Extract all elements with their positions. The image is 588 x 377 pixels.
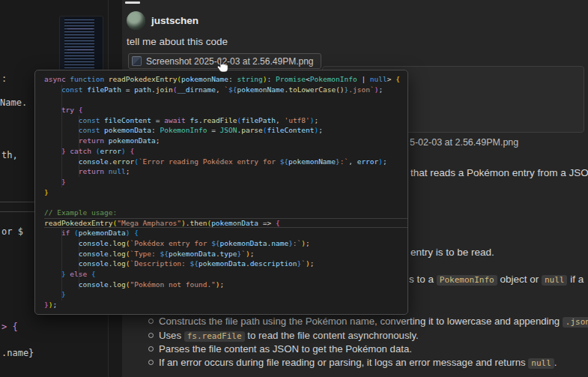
code-line: console.log(`Type: ${pokemonData.type}`)… bbox=[44, 249, 407, 259]
text-run: . bbox=[554, 357, 557, 368]
code-line: if (pokemonData) { bbox=[44, 228, 407, 238]
code-line: } else { bbox=[44, 269, 407, 280]
indent-guide bbox=[61, 229, 62, 301]
inline-code: PokemonInfo bbox=[437, 275, 497, 286]
response-paragraph-fragment: that reads a Pokémon entry from a JSON bbox=[410, 167, 588, 178]
text-run: If an error occurs during file reading o… bbox=[159, 357, 528, 368]
indent-guide bbox=[61, 85, 62, 187]
username: justschen bbox=[151, 15, 198, 26]
list-item: Uses fs.readFile to read the file conten… bbox=[159, 330, 588, 342]
list-item: If an error occurs during file reading o… bbox=[159, 357, 588, 369]
screenshot-thumbnail[interactable] bbox=[60, 16, 103, 71]
editor-text-fragment: or $ bbox=[1, 226, 23, 237]
attachment-filename: Screenshot 2025-02-03 at 2.56.49PM.png bbox=[146, 56, 314, 67]
code-line: readPokedexEntry("Mega Ampharos").then(p… bbox=[44, 218, 407, 229]
list-item: Constructs the file path using the Pokém… bbox=[159, 316, 588, 328]
code-hover-tooltip[interactable]: async function readPokedexEntry(pokemonN… bbox=[34, 70, 408, 315]
code-line: }); bbox=[44, 300, 407, 310]
inline-code: .json bbox=[563, 317, 588, 328]
text-run: Uses bbox=[159, 330, 184, 341]
code-line: } catch (error) { bbox=[44, 146, 407, 157]
code-line: } bbox=[44, 289, 407, 300]
code-line: } bbox=[44, 187, 407, 198]
code-line: const pokemonData: PokemonInfo = JSON.pa… bbox=[44, 125, 407, 136]
code-line: return pokemonData; bbox=[44, 136, 407, 146]
text-run: to read the file content asynchronously. bbox=[245, 330, 419, 341]
avatar bbox=[127, 11, 145, 30]
response-paragraph-fragment: s to a PokemonInfo object or null if a bbox=[409, 274, 584, 285]
code-line: console.log(`Description: ${pokemonData.… bbox=[44, 259, 407, 269]
text-run: if a bbox=[567, 274, 584, 285]
attachment-caption-fragment: 5-02-03 at 2.56.49PM.png bbox=[410, 137, 518, 148]
inline-code: null bbox=[528, 358, 554, 369]
code-line: return null; bbox=[44, 166, 407, 177]
editor-text-fragment: > { bbox=[1, 322, 18, 332]
chat-message-text: tell me about this code bbox=[127, 36, 228, 47]
code-line: console.log("Pokémon not found."); bbox=[44, 280, 407, 290]
text-run: s to a bbox=[409, 274, 437, 285]
panel-drag-handle bbox=[125, 1, 140, 4]
code-line: try { bbox=[44, 105, 407, 115]
code-lines: async function readPokedexEntry(pokemonN… bbox=[44, 74, 407, 310]
editor-text-fragment: .name} bbox=[1, 348, 34, 358]
inline-code: null bbox=[542, 275, 568, 286]
editor-text-fragment: th, bbox=[1, 150, 18, 160]
image-icon bbox=[132, 56, 142, 66]
bullet-list: Constructs the file path using the Pokém… bbox=[147, 316, 588, 370]
code-line: const filePath = path.join(__dirname, `$… bbox=[44, 85, 407, 95]
code-line: const fileContent = await fs.readFile(fi… bbox=[44, 115, 407, 126]
code-line: console.log(`Pokédex entry for ${pokemon… bbox=[44, 238, 407, 249]
text-run: object or bbox=[497, 274, 542, 285]
pointer-cursor-icon bbox=[214, 58, 228, 77]
code-line: console.error(`Error reading Pokédex ent… bbox=[44, 157, 407, 167]
indent-guide bbox=[79, 238, 79, 289]
editor-text-fragment: Name. bbox=[0, 97, 27, 108]
code-line: // Example usage: bbox=[44, 208, 407, 218]
inline-code: fs.readFile bbox=[184, 331, 245, 342]
list-item: Parses the file content as JSON to get t… bbox=[159, 343, 588, 355]
text-run: Constructs the file path using the Pokém… bbox=[159, 316, 563, 327]
code-line bbox=[44, 94, 407, 105]
editor-text-fragment: : bbox=[1, 73, 7, 84]
code-line bbox=[44, 197, 407, 208]
text-run: Parses the file content as JSON to get t… bbox=[159, 343, 412, 355]
indent-guide bbox=[79, 115, 79, 177]
response-paragraph-fragment: entry is to be read. bbox=[410, 247, 494, 258]
code-line: } bbox=[44, 177, 407, 187]
